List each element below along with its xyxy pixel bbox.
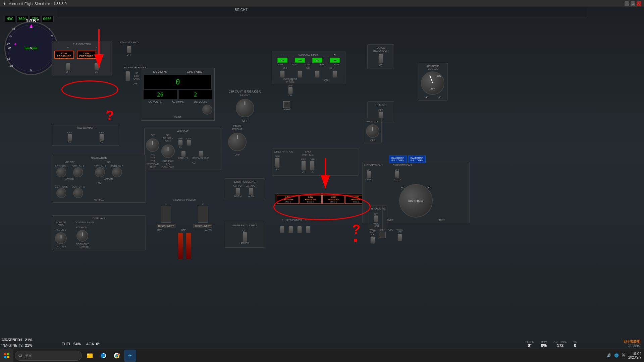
cab-util-toggle[interactable]: CAB/UTIL (178, 151, 189, 159)
wing-ice-bottom-toggle-2[interactable] (397, 234, 402, 241)
vhf-toggle-1[interactable]: BOTH ON 1 (55, 165, 68, 177)
cb-knob[interactable] (236, 99, 254, 117)
tri2-label: TR2 (146, 157, 159, 159)
taskbar-chrome[interactable] (111, 350, 123, 362)
probe-toggle[interactable]: OFF ON (288, 84, 293, 97)
hyd-pump-c[interactable] (297, 226, 302, 233)
flt-toggle-1[interactable]: OFF (66, 63, 70, 73)
search-bar[interactable] (15, 351, 82, 361)
panel-bright-off: OFF (228, 153, 247, 156)
taskbar-edge[interactable] (97, 350, 109, 362)
standby-power-panel: STANDBY POWER 1 2 DISCONNECT DISCONNECT … (148, 198, 221, 259)
ram-door-btn-2[interactable]: RAM DOORFULL OPEN (408, 156, 426, 163)
equip-supply-toggle[interactable]: NORM (234, 188, 241, 197)
tri1-label: TR1 (146, 154, 159, 156)
disconnect-btn-1[interactable]: DISCONNECT (157, 224, 175, 228)
cp-knob[interactable] (76, 230, 88, 242)
red-lever-1[interactable] (178, 233, 183, 259)
wh-toggle-2[interactable] (298, 70, 302, 78)
irs-toggle-1[interactable]: BOTH ON L (94, 165, 106, 177)
svg-rect-4 (4, 353, 6, 355)
flt-toggle-2[interactable]: ON (94, 63, 99, 73)
ram-door-btn-1[interactable]: RAM DOORFULL OPEN (389, 156, 407, 163)
taskbar-explorer[interactable] (84, 350, 96, 362)
wh-btn-2[interactable]: ON (295, 58, 305, 63)
voice-recorder-toggle[interactable]: ON (378, 54, 383, 66)
yaw-toggle-2[interactable]: OFF ON (99, 131, 104, 143)
displays-title: DISPLAYS (54, 217, 144, 220)
wh-btn-1[interactable]: ON (277, 58, 287, 63)
hyd-pump-a[interactable] (280, 226, 284, 233)
trip-label: TRIP (379, 229, 386, 231)
panel-bright-knob[interactable] (228, 133, 247, 151)
standby-lever-2[interactable] (198, 206, 208, 223)
wh-btn-4[interactable]: ON (330, 58, 340, 63)
emer-exit-toggle[interactable]: OFF ARMED (240, 230, 249, 244)
trip-btn[interactable] (379, 232, 386, 238)
minimize-button[interactable]: — (625, 1, 629, 6)
taskbar-sim[interactable]: ✈ (124, 350, 136, 362)
cb-bright-label: BRIGHT (225, 94, 265, 97)
r-pack-toggle[interactable]: OFF AUTO HIGH (373, 213, 379, 227)
wh-toggle-3[interactable] (315, 70, 320, 78)
stby-auto-label: AUTO (205, 229, 212, 231)
vhf-knob-1[interactable] (56, 167, 66, 177)
maximize-button[interactable]: □ (631, 1, 635, 6)
equip-exhaust-toggle[interactable]: ALTN (248, 188, 254, 197)
stby-hyd-toggle[interactable]: OFF (127, 46, 131, 56)
gen-knob[interactable] (161, 144, 175, 158)
red-lever-2[interactable] (186, 233, 191, 259)
flt-control-b: B (96, 46, 97, 49)
standby-lever-1[interactable] (161, 206, 171, 223)
network-icon[interactable]: 🌐 (614, 353, 619, 358)
air-temp-panel: AIR TEMP PASS CAB FWD AFT 160 200 (418, 63, 448, 101)
fmc-toggle-2[interactable]: BOTH ON R (72, 186, 85, 198)
heat-panel: + HEAT (283, 101, 290, 111)
irs-knob-1[interactable] (95, 167, 105, 177)
trim-air-toggle[interactable]: OFF (378, 109, 383, 119)
l-recirc-toggle[interactable]: OFF AUTO (366, 169, 372, 181)
fmc-knob-1[interactable] (56, 188, 66, 198)
irs-knob-2[interactable] (112, 167, 122, 177)
cp-toggle-1[interactable]: BOTH ON 1 BOTH ON 2 (76, 226, 89, 245)
wh-btn-3[interactable]: ON (312, 58, 322, 63)
lp-display-1: LOWPRESSURE (54, 51, 74, 59)
wing-ice-bottom-toggle[interactable] (370, 236, 375, 244)
source-knob[interactable] (55, 232, 67, 244)
disconnect-btn-2[interactable]: DISCONNECT (194, 224, 212, 228)
flaps-value: 0° (525, 343, 534, 348)
aux-bat-knob[interactable] (146, 138, 159, 152)
heat-btn-plus[interactable]: + (283, 101, 290, 108)
close-button[interactable]: ✕ (637, 1, 641, 6)
wing-ice-toggle[interactable]: OFF ON (275, 155, 280, 170)
search-input[interactable] (24, 353, 71, 358)
fuel-label: FUEL (62, 342, 71, 346)
r-recirc-toggle[interactable]: OFF AUTO (394, 169, 400, 181)
vhf-knob-2[interactable] (73, 167, 83, 177)
hyd-pump-d[interactable] (306, 226, 311, 233)
wh-l-label: L (281, 54, 283, 57)
aux-toggle-2[interactable]: OFF (186, 137, 191, 148)
aux-toggle-1[interactable]: OFF ON (178, 137, 183, 148)
speaker-icon[interactable]: 🔊 (607, 353, 611, 358)
eng-ice-toggle-1[interactable]: OFF ON (301, 158, 306, 173)
source-toggle-1[interactable]: ALL ON 1 ALL ON 2 (55, 229, 67, 248)
vhf-toggle-2[interactable]: BOTH ON 2 (72, 165, 85, 177)
fmc-knob-2[interactable] (73, 188, 83, 198)
ife-pass-toggle[interactable]: IFE/PASS SEAT (193, 151, 210, 159)
search-icon (18, 354, 22, 358)
wh-toggle-4[interactable] (332, 70, 337, 78)
irs-toggle-2[interactable]: BOTH ON R (110, 165, 123, 177)
flaps-toggle[interactable] (125, 71, 130, 81)
lp-warning-label-2: ELEC 2 (307, 201, 314, 203)
wh-toggle-1[interactable] (280, 70, 285, 78)
fmc-toggle-1[interactable]: BOTH ON L (55, 186, 68, 198)
aft-cab-knob[interactable] (366, 124, 379, 138)
hyd-pump-b[interactable] (288, 226, 293, 233)
vs-label: VS (573, 340, 577, 343)
yaw-toggle-1[interactable]: OFF ON (67, 131, 72, 143)
air-temp-gauge: FWD AFT (421, 71, 444, 95)
maint-knob[interactable] (202, 105, 212, 115)
start-button[interactable] (0, 349, 13, 362)
eng-ice-toggle-2[interactable]: OFF 2 (310, 158, 315, 173)
